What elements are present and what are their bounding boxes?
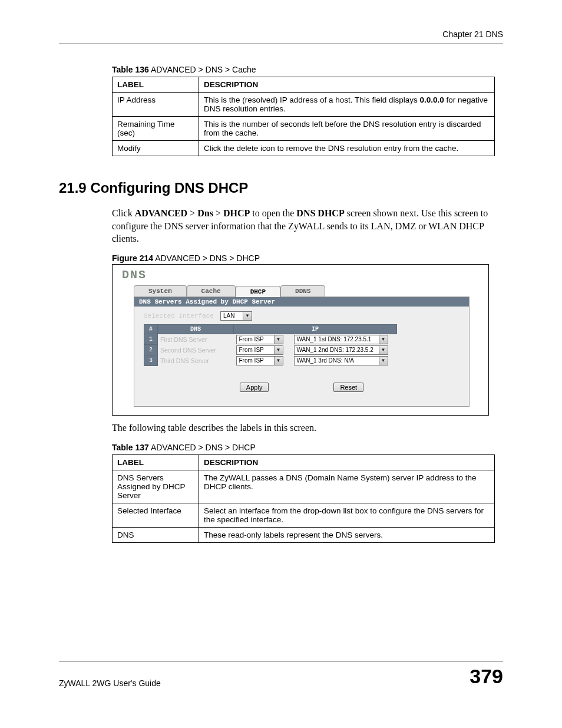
selected-interface-select[interactable]: LAN ▼: [220, 311, 252, 321]
tab-system[interactable]: System: [134, 285, 187, 297]
table136-caption-rest: ADVANCED > DNS > Cache: [149, 65, 256, 74]
button-row: Apply Reset: [134, 383, 469, 392]
footer-guide-name: ZyWALL 2WG User's Guide: [59, 678, 161, 688]
dns-source-select[interactable]: From ISP ▼: [236, 335, 283, 344]
table137-r0-label: DNS Servers Assigned by DHCP Server: [113, 470, 199, 503]
chevron-down-icon: ▼: [379, 335, 388, 344]
table136-r2-desc: Click the delete icon to remove the DNS …: [199, 141, 495, 156]
text-bold: Dns: [197, 208, 213, 218]
table136-r2-label: Modify: [113, 141, 199, 156]
table136-head-desc: DESCRIPTION: [199, 77, 495, 93]
page-footer: ZyWALL 2WG User's Guide 379: [59, 661, 503, 688]
dns-ip-select[interactable]: WAN_1 1st DNS: 172.23.5.1 ▼: [294, 335, 388, 344]
dns-row-name: First DNS Server: [158, 334, 234, 345]
screenshot-title: DNS: [122, 268, 484, 282]
table137-head-desc: DESCRIPTION: [199, 454, 495, 470]
dns-th-num: #: [144, 324, 158, 334]
after-figure-text: The following table describes the labels…: [112, 421, 503, 434]
dns-ip-select[interactable]: WAN_1 3rd DNS: N/A ▼: [294, 356, 388, 365]
chevron-down-icon: ▼: [274, 346, 283, 354]
dns-row-num: 1: [144, 334, 158, 345]
dns-source-select[interactable]: From ISP ▼: [236, 356, 283, 365]
table136-r1-desc: This is the number of seconds left befor…: [199, 117, 495, 141]
dns-row-name: Third DNS Server: [158, 355, 234, 366]
select-value: From ISP: [239, 347, 264, 353]
table136-caption: Table 136 ADVANCED > DNS > Cache: [112, 65, 503, 74]
select-value: WAN_1 1st DNS: 172.23.5.1: [297, 336, 372, 342]
dhcp-panel: DNS Servers Assigned by DHCP Server Sele…: [134, 297, 470, 407]
chevron-down-icon: ▼: [243, 312, 252, 320]
table-row: IP Address This is the (resolved) IP add…: [113, 93, 495, 117]
text-bold: DHCP: [223, 208, 250, 218]
text-bold: DNS DHCP: [296, 208, 344, 218]
tab-cache[interactable]: Cache: [187, 285, 236, 297]
chevron-down-icon: ▼: [274, 335, 283, 344]
select-value: WAN_1 3rd DNS: N/A: [297, 357, 354, 364]
text-bold: ADVANCED: [135, 208, 188, 218]
figure-caption-rest: ADVANCED > DNS > DHCP: [153, 253, 260, 263]
table-row: DNS These read-only labels represent the…: [113, 527, 495, 542]
table137-r2-desc: These read-only labels represent the DNS…: [199, 527, 495, 542]
table137-r0-desc: The ZyWALL passes a DNS (Domain Name Sys…: [199, 470, 495, 503]
text: Click: [112, 208, 135, 218]
selected-interface-row: Selected Interface LAN ▼: [144, 311, 459, 321]
tab-dhcp[interactable]: DHCP: [236, 286, 280, 297]
dns-row-num: 3: [144, 355, 158, 366]
table-row: 3 Third DNS Server From ISP ▼ WAN_1 3rd …: [144, 355, 397, 366]
tab-bar: System Cache DHCP DDNS: [134, 285, 484, 297]
dns-servers-table: # DNS IP 1 First DNS Server From ISP ▼: [144, 324, 397, 367]
table-row: Modify Click the delete icon to remove t…: [113, 141, 495, 156]
text: >: [213, 208, 223, 218]
table136-head-label: LABEL: [113, 77, 199, 93]
chevron-down-icon: ▼: [379, 357, 388, 365]
table-row: 1 First DNS Server From ISP ▼ WAN_1 1st …: [144, 334, 397, 345]
table-row: Selected Interface Select an interface f…: [113, 503, 495, 527]
table137-r1-desc: Select an interface from the drop-down l…: [199, 503, 495, 527]
table137: LABEL DESCRIPTION DNS Servers Assigned b…: [112, 454, 495, 543]
text-bold: 0.0.0.0: [419, 95, 444, 104]
dns-ip-select[interactable]: WAN_1 2nd DNS: 172.23.5.2 ▼: [294, 345, 388, 355]
dns-th-ip: IP: [234, 324, 397, 334]
text: This is the (resolved) IP address of a h…: [204, 95, 419, 104]
table137-caption: Table 137 ADVANCED > DNS > DHCP: [112, 443, 503, 452]
select-value: WAN_1 2nd DNS: 172.23.5.2: [297, 347, 373, 353]
chevron-down-icon: ▼: [274, 357, 283, 365]
dns-row-name: Second DNS Server: [158, 345, 234, 355]
text: >: [187, 208, 197, 218]
table137-r2-label: DNS: [113, 527, 199, 542]
dns-th-dns: DNS: [158, 324, 234, 334]
dns-row-num: 2: [144, 345, 158, 355]
figure-caption-bold: Figure 214: [112, 253, 153, 263]
panel-section-bar: DNS Servers Assigned by DHCP Server: [134, 297, 469, 307]
table136-r1-label: Remaining Time (sec): [113, 117, 199, 141]
dns-dhcp-screenshot: DNS System Cache DHCP DDNS DNS Servers A…: [112, 264, 489, 416]
text: to open the: [250, 208, 296, 218]
select-value: From ISP: [239, 357, 264, 364]
table136: LABEL DESCRIPTION IP Address This is the…: [112, 77, 495, 156]
table-row: Remaining Time (sec) This is the number …: [113, 117, 495, 141]
reset-button[interactable]: Reset: [333, 383, 363, 392]
section-paragraph: Click ADVANCED > Dns > DHCP to open the …: [112, 207, 503, 245]
tab-ddns[interactable]: DDNS: [280, 285, 325, 297]
selected-interface-label: Selected Interface: [144, 312, 220, 319]
apply-button[interactable]: Apply: [240, 383, 269, 392]
section-heading: 21.9 Configuring DNS DHCP: [59, 180, 503, 196]
table-row: DNS Servers Assigned by DHCP Server The …: [113, 470, 495, 503]
figure-caption: Figure 214 ADVANCED > DNS > DHCP: [112, 253, 503, 263]
table137-r1-label: Selected Interface: [113, 503, 199, 527]
table136-r0-desc: This is the (resolved) IP address of a h…: [199, 93, 495, 117]
select-value: From ISP: [239, 336, 264, 342]
table-row: 2 Second DNS Server From ISP ▼ WAN_1 2nd…: [144, 345, 397, 355]
chevron-down-icon: ▼: [379, 346, 388, 354]
chapter-header: Chapter 21 DNS: [59, 29, 503, 44]
table136-caption-bold: Table 136: [112, 65, 149, 74]
table137-caption-bold: Table 137: [112, 443, 149, 452]
table137-head-label: LABEL: [113, 454, 199, 470]
table136-r0-label: IP Address: [113, 93, 199, 117]
page-number: 379: [470, 665, 503, 688]
table137-caption-rest: ADVANCED > DNS > DHCP: [149, 443, 256, 452]
select-value: LAN: [223, 312, 234, 319]
dns-source-select[interactable]: From ISP ▼: [236, 345, 283, 355]
